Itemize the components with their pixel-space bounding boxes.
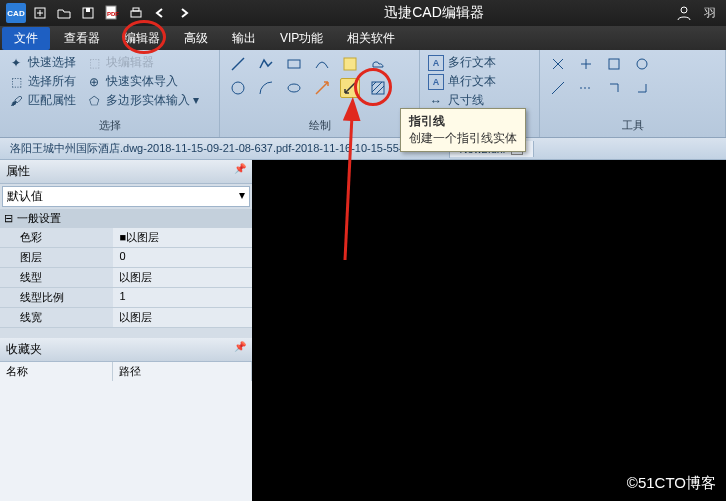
wand-icon: ✦	[8, 55, 24, 71]
polygon-icon: ⬠	[86, 93, 102, 109]
dimension-button[interactable]: ↔尺寸线	[428, 92, 531, 109]
ribbon-group-draw: 绘制	[220, 50, 420, 137]
note-icon[interactable]	[340, 54, 360, 74]
import-icon: ⊕	[86, 74, 102, 90]
tooltip-title: 指引线	[409, 113, 517, 130]
prop-v[interactable]: 以图层	[113, 308, 252, 327]
block-editor-button: ⬚块编辑器	[86, 54, 154, 71]
stext-icon: A	[428, 74, 444, 90]
group-draw-label: 绘制	[228, 116, 411, 133]
prop-v[interactable]: 0	[113, 248, 252, 267]
app-title: 迅捷CAD编辑器	[194, 4, 674, 22]
select-all-button[interactable]: ⬚选择所有	[8, 73, 76, 90]
tool4-icon[interactable]	[632, 54, 652, 74]
pdf-icon[interactable]: PDF	[102, 3, 122, 23]
match-prop-button[interactable]: 🖌匹配属性	[8, 92, 76, 109]
user-icon[interactable]	[674, 3, 694, 23]
prop-row-lineweight[interactable]: 线宽以图层	[0, 308, 252, 328]
prop-row-ltscale[interactable]: 线型比例1	[0, 288, 252, 308]
svg-point-13	[232, 82, 244, 94]
group-tools-label: 工具	[548, 116, 717, 133]
properties-header: 属性📌	[0, 160, 252, 184]
block-icon: ⬚	[86, 55, 102, 71]
multiline-text-button[interactable]: A多行文本	[428, 54, 531, 71]
tool2-icon[interactable]	[576, 54, 596, 74]
menu-file[interactable]: 文件	[2, 27, 50, 50]
tool7-icon[interactable]	[604, 78, 624, 98]
tool1-icon[interactable]	[548, 54, 568, 74]
prop-v[interactable]: 1	[113, 288, 252, 307]
tool6-icon[interactable]	[576, 78, 596, 98]
print-icon[interactable]	[126, 3, 146, 23]
menu-vip[interactable]: VIP功能	[268, 27, 335, 50]
menu-viewer[interactable]: 查看器	[52, 27, 112, 50]
favorites-table: 名称 路径	[0, 362, 252, 381]
spline-icon[interactable]	[312, 54, 332, 74]
prop-v[interactable]: ■以图层	[113, 228, 252, 247]
ribbon-group-select: ✦快速选择 ⬚块编辑器 ⬚选择所有 ⊕快速实体导入 🖌匹配属性 ⬠多边形实体输入…	[0, 50, 220, 137]
redo-icon[interactable]	[174, 3, 194, 23]
menu-editor[interactable]: 编辑器	[112, 27, 172, 50]
leader-line-button[interactable]	[340, 78, 360, 98]
svg-rect-19	[609, 59, 619, 69]
prop-row-linetype[interactable]: 线型以图层	[0, 268, 252, 288]
svg-text:PDF: PDF	[107, 11, 119, 17]
circle-icon[interactable]	[228, 78, 248, 98]
svg-point-14	[288, 84, 300, 92]
category-general[interactable]: ⊟一般设置	[0, 209, 252, 228]
open-icon[interactable]	[54, 3, 74, 23]
chevron-down-icon: ▾	[239, 188, 245, 205]
quick-select-button[interactable]: ✦快速选择	[8, 54, 76, 71]
drawing-canvas[interactable]	[252, 160, 726, 501]
arc-icon[interactable]	[256, 78, 276, 98]
fast-import-button[interactable]: ⊕快速实体导入	[86, 73, 178, 90]
menu-related[interactable]: 相关软件	[335, 27, 407, 50]
svg-rect-8	[133, 8, 139, 11]
category-general-label: 一般设置	[17, 211, 61, 226]
properties-title: 属性	[6, 163, 30, 180]
polygon-input-button[interactable]: ⬠多边形实体输入 ▾	[86, 92, 199, 109]
pin-icon[interactable]: 📌	[234, 341, 246, 358]
prop-k: 色彩	[0, 228, 113, 247]
favorites-title: 收藏夹	[6, 341, 42, 358]
default-label: 默认值	[7, 188, 43, 205]
properties-table: ⊟一般设置 色彩■以图层 图层0 线型以图层 线型比例1 线宽以图层	[0, 209, 252, 328]
prop-k: 线型	[0, 268, 113, 287]
workspace: 属性📌 默认值▾ ⊟一般设置 色彩■以图层 图层0 线型以图层 线型比例1 线宽…	[0, 160, 726, 501]
multiline-label: 多行文本	[448, 54, 496, 71]
tool8-icon[interactable]	[632, 78, 652, 98]
arrow-tool-icon[interactable]	[312, 78, 332, 98]
rect-icon[interactable]	[284, 54, 304, 74]
doc-tab-1[interactable]: 洛阳王城中州国际酒店.dwg-2018-11-15-09-21-08-637.p…	[0, 139, 450, 158]
default-combo[interactable]: 默认值▾	[2, 186, 250, 207]
cloud-icon[interactable]	[368, 54, 388, 74]
menu-output[interactable]: 输出	[220, 27, 268, 50]
hatch-icon[interactable]	[368, 78, 388, 98]
properties-panel: 属性📌 默认值▾ ⊟一般设置 色彩■以图层 图层0 线型以图层 线型比例1 线宽…	[0, 160, 252, 501]
prop-v[interactable]: 以图层	[113, 268, 252, 287]
new-icon[interactable]	[30, 3, 50, 23]
doc-tab-1-label: 洛阳王城中州国际酒店.dwg-2018-11-15-09-21-08-637.p…	[10, 141, 439, 156]
ellipse-icon[interactable]	[284, 78, 304, 98]
match-prop-label: 匹配属性	[28, 92, 76, 109]
user-label[interactable]: 羽	[700, 3, 720, 23]
document-tab-bar: 洛阳王城中州国际酒店.dwg-2018-11-15-09-21-08-637.p…	[0, 138, 726, 160]
prop-row-layer[interactable]: 图层0	[0, 248, 252, 268]
undo-icon[interactable]	[150, 3, 170, 23]
titlebar: CAD PDF 迅捷CAD编辑器 羽	[0, 0, 726, 26]
favorites-header: 收藏夹📌	[0, 338, 252, 362]
pin-icon[interactable]: 📌	[234, 163, 246, 180]
tool3-icon[interactable]	[604, 54, 624, 74]
svg-point-9	[681, 7, 687, 13]
menu-advanced[interactable]: 高级	[172, 27, 220, 50]
tooltip-desc: 创建一个指引线实体	[409, 130, 517, 147]
polyline-icon[interactable]	[256, 54, 276, 74]
fav-col-path[interactable]: 路径	[113, 362, 252, 381]
singleline-text-button[interactable]: A单行文本	[428, 73, 531, 90]
fav-col-name[interactable]: 名称	[0, 362, 113, 381]
tool5-icon[interactable]	[548, 78, 568, 98]
line-icon[interactable]	[228, 54, 248, 74]
prop-row-color[interactable]: 色彩■以图层	[0, 228, 252, 248]
save-icon[interactable]	[78, 3, 98, 23]
app-icon[interactable]: CAD	[6, 3, 26, 23]
